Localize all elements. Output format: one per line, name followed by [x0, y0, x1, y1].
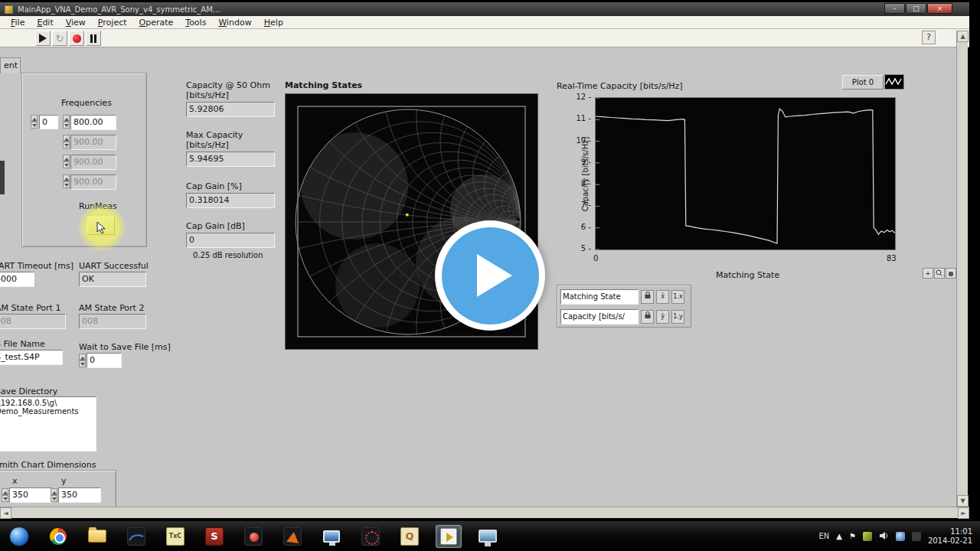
tray-expand-icon[interactable]: ▲ — [836, 532, 842, 540]
taskbar: TxC S Q EN ▲ ⚑ 11:01 2014-02-21 — [0, 521, 980, 551]
tray-hidden-icon[interactable] — [912, 532, 921, 541]
maximize-button[interactable]: □ — [906, 3, 926, 14]
network-icon[interactable] — [896, 532, 905, 541]
frequencies-index-field[interactable]: 0 — [39, 115, 58, 129]
screen: MainApp_VNA_Demo_AVR_Sony_v4_symmetric_A… — [0, 0, 980, 551]
menu-item-help[interactable]: Help — [258, 17, 289, 28]
am-state-port2-field[interactable]: 008 — [79, 314, 146, 329]
smith-dimensions-label: Smith Chart Dimensions — [0, 460, 96, 470]
taskbar-qucs[interactable]: Q — [397, 525, 423, 548]
taskbar-red-s-app[interactable]: S — [201, 525, 227, 548]
taskbar-labview-active[interactable] — [436, 525, 462, 548]
y-format-button[interactable]: 1.y — [671, 310, 684, 324]
freq-row-spinner[interactable] — [63, 135, 70, 148]
smith-x-field[interactable]: 350 — [9, 487, 52, 503]
capacity-plot-area[interactable] — [595, 97, 896, 250]
x-scale-name-field[interactable]: Matching State — [560, 289, 639, 305]
qucs-icon: Q — [400, 527, 419, 546]
volume-icon[interactable] — [879, 531, 889, 542]
menu-item-edit[interactable]: Edit — [31, 17, 59, 28]
taskbar-texniccenter[interactable]: TxC — [162, 525, 188, 548]
max-capacity-label1: Max Capacity — [186, 130, 243, 140]
freq-row-spinner[interactable] — [63, 115, 70, 129]
runmeas-label: RunMeas — [79, 201, 117, 211]
smith-x-spinner[interactable] — [2, 488, 8, 502]
frequencies-index-spinner[interactable] — [31, 115, 38, 129]
cap-gain-pct-label: Cap Gain [%] — [186, 181, 242, 191]
y-autoscale-button[interactable]: ŷ — [656, 310, 669, 324]
scroll-left-arrow[interactable]: ◄ — [0, 507, 11, 519]
horizontal-scrollbar[interactable]: ◄ ► — [0, 507, 969, 518]
run-button[interactable] — [35, 31, 51, 46]
capacity-chart-title: Real-Time Capacity [bits/s/Hz] — [557, 81, 683, 91]
cursor-tool-button[interactable]: + — [923, 268, 933, 279]
pan-tool-button[interactable] — [946, 268, 956, 279]
cap-gain-db-value: 0 — [186, 233, 275, 248]
scroll-down-arrow[interactable]: ▼ — [957, 495, 969, 507]
run-continuous-button[interactable]: ↻ — [52, 31, 67, 46]
taskbar-red-ball-app[interactable] — [240, 525, 266, 548]
wait-to-save-field[interactable]: 0 — [87, 353, 122, 368]
vertical-scrollbar[interactable]: ▲ ▼ — [956, 31, 968, 507]
context-help-button[interactable]: ? — [922, 31, 936, 44]
freq-row-spinner[interactable] — [63, 174, 70, 188]
smith-y-spinner[interactable] — [51, 488, 57, 502]
frequency-value-1[interactable]: 900.00 — [70, 135, 116, 150]
close-button[interactable]: × — [927, 3, 952, 14]
taskbar-remote-pc[interactable] — [318, 525, 345, 548]
y-scale-name-field[interactable]: Capacity [bits/s/ — [560, 309, 639, 324]
taskbar-dotted-ring-app[interactable] — [358, 525, 384, 548]
taskbar-wave-app[interactable] — [123, 525, 149, 548]
menu-item-project[interactable]: Project — [92, 17, 133, 28]
frequency-value-0[interactable]: 800.00 — [70, 115, 116, 130]
save-directory-field[interactable]: \\192.168.0.5\g\ Demo_Measurements — [0, 396, 96, 452]
clock[interactable]: 11:01 2014-02-21 — [928, 527, 972, 546]
y-scale-lock-button[interactable] — [641, 310, 654, 324]
taskbar-matlab[interactable] — [279, 525, 305, 548]
wait-to-save-label: Wait to Save File [ms] — [79, 342, 171, 352]
labview-app-icon — [5, 5, 13, 14]
abort-button[interactable] — [69, 31, 84, 46]
taskbar-explorer[interactable] — [84, 525, 110, 548]
cap-gain-db-label: Cap Gain [dB] — [186, 221, 245, 231]
pause-button[interactable] — [86, 31, 101, 46]
menu-item-view[interactable]: View — [60, 17, 92, 28]
scroll-up-arrow[interactable]: ▲ — [957, 31, 969, 42]
x-format-button[interactable]: 1.x — [671, 290, 684, 304]
taskbar-chrome[interactable] — [45, 525, 71, 548]
zoom-tool-button[interactable] — [934, 268, 945, 279]
menu-item-operate[interactable]: Operate — [133, 17, 180, 28]
uart-timeout-field[interactable]: 4000 — [0, 272, 34, 287]
video-play-overlay[interactable] — [435, 220, 545, 331]
tab-partial[interactable]: ent — [0, 57, 21, 73]
uart-successful-field: OK — [79, 272, 146, 287]
matching-states-title: Matching States — [285, 80, 362, 90]
minimize-button[interactable]: – — [884, 3, 905, 14]
windows-start-button[interactable] — [6, 525, 32, 548]
scroll-right-arrow[interactable]: ► — [958, 507, 969, 519]
play-icon — [477, 254, 512, 297]
abort-icon — [73, 34, 81, 43]
am-state-port2-label: AM State Port 2 — [79, 303, 144, 313]
menu-item-window[interactable]: Window — [212, 17, 257, 28]
smith-y-field[interactable]: 350 — [58, 487, 101, 503]
am-state-port1-label: AM State Port 1 — [0, 303, 60, 313]
wait-to-save-spinner[interactable] — [79, 354, 86, 367]
legend-plot0[interactable]: Plot 0 — [842, 75, 884, 90]
taskbar-remote-desktop[interactable] — [475, 525, 501, 548]
language-indicator[interactable]: EN — [818, 532, 829, 540]
frequency-value-3[interactable]: 900.00 — [70, 174, 116, 190]
y-tick-label: 5 - — [568, 244, 591, 253]
am-state-port1-field[interactable]: 008 — [0, 314, 66, 329]
menu-item-file[interactable]: File — [5, 17, 31, 28]
clock-time: 11:01 — [928, 527, 972, 536]
menu-item-tools[interactable]: Tools — [179, 17, 212, 28]
x-scale-lock-button[interactable] — [641, 290, 654, 304]
flag-icon[interactable]: ⚑ — [849, 532, 856, 540]
freq-row-spinner[interactable] — [63, 155, 70, 168]
frequency-value-2[interactable]: 900.00 — [70, 155, 116, 170]
legend-waveform-icon[interactable] — [884, 74, 904, 90]
x-autoscale-button[interactable]: x̂ — [656, 290, 669, 304]
tray-app-icon[interactable] — [863, 532, 872, 541]
s-file-name-field[interactable]: S_test.S4P — [0, 350, 63, 365]
